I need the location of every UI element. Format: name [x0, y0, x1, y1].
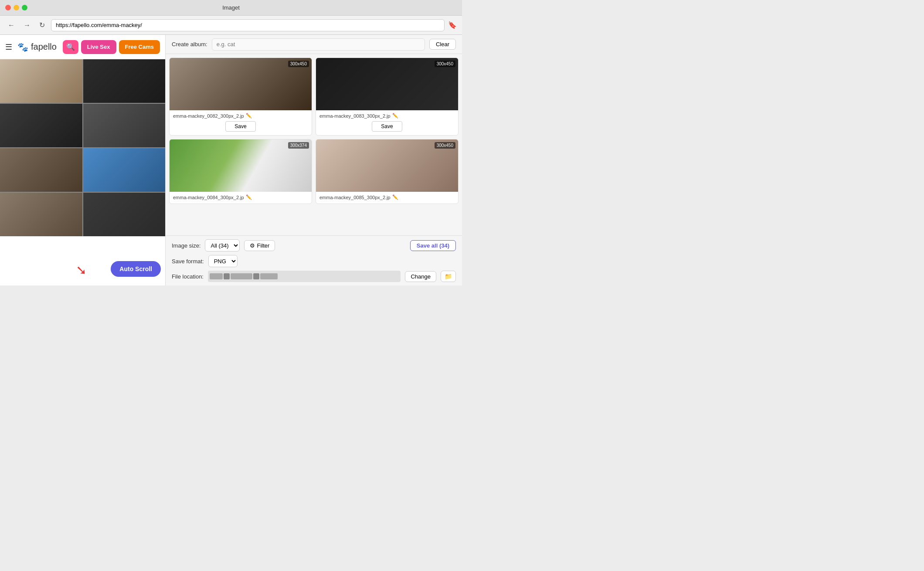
scroll-arrow-indicator: ➘ — [76, 262, 87, 278]
image-card-1-info: emma-mackey_0082_300px_2.jp ✏️ Save — [170, 110, 312, 135]
file-location-label: File location: — [172, 273, 204, 280]
webpage-panel: ☰ 🐾 fapello 🔍 Live Sex Free Cams — [0, 35, 166, 286]
image-card-1: 300x450 emma-mackey_0082_300px_2.jp ✏️ S… — [169, 58, 312, 136]
image-card-1-thumb: 300x450 — [170, 58, 312, 110]
fileloc-segment-5 — [260, 273, 278, 279]
webpage-image-3 — [0, 104, 82, 147]
save-button-2[interactable]: Save — [372, 121, 402, 132]
image-size-row: Image size: All (34) ⚙ Filter Save all (… — [172, 239, 456, 252]
format-select[interactable]: PNG — [208, 255, 238, 267]
back-button[interactable]: ← — [5, 20, 17, 31]
freecams-button[interactable]: Free Cams — [119, 40, 160, 54]
extension-images-area: 300x450 emma-mackey_0082_300px_2.jp ✏️ S… — [166, 54, 462, 235]
image-card-3-dimensions: 300x374 — [288, 142, 309, 149]
image-card-1-name: emma-mackey_0082_300px_2.jp ✏️ — [173, 113, 308, 119]
file-location-bar — [208, 271, 401, 282]
webpage-image-grid — [0, 59, 165, 236]
fileloc-segment-1 — [210, 273, 223, 279]
webpage-image-4 — [83, 104, 166, 147]
clear-button[interactable]: Clear — [429, 39, 456, 50]
image-card-2-info: emma-mackey_0083_300px_2.jp ✏️ Save — [316, 110, 458, 135]
maximize-button[interactable] — [22, 5, 27, 10]
image-card-1-dimensions: 300x450 — [288, 61, 309, 67]
image-size-label: Image size: — [172, 242, 200, 249]
fapello-logo: 🐾 fapello — [17, 42, 57, 52]
webpage-image-7 — [0, 193, 82, 236]
folder-button[interactable]: 📁 — [441, 271, 456, 282]
close-button[interactable] — [5, 5, 11, 10]
save-format-row: Save format: PNG — [172, 255, 456, 267]
browser-bar: ← → ↻ 🔖 — [0, 16, 462, 35]
webpage-image-5 — [0, 148, 82, 192]
logo-icon: 🐾 — [17, 42, 28, 52]
file-location-row: File location: Change 📁 — [172, 271, 456, 282]
fapello-header: ☰ 🐾 fapello 🔍 Live Sex Free Cams — [0, 35, 165, 59]
image-card-3-name: emma-mackey_0084_300px_2.jp ✏️ — [173, 194, 308, 200]
image-card-2-name: emma-mackey_0083_300px_2.jp ✏️ — [319, 113, 455, 119]
image-card-4-dimensions: 300x450 — [435, 142, 455, 149]
image-card-2-thumb: 300x450 — [316, 58, 458, 110]
extension-bottombar: Image size: All (34) ⚙ Filter Save all (… — [166, 235, 462, 286]
change-button[interactable]: Change — [405, 271, 436, 282]
url-bar[interactable] — [51, 19, 445, 31]
hamburger-icon[interactable]: ☰ — [5, 42, 12, 52]
reload-button[interactable]: ↻ — [37, 19, 48, 31]
auto-scroll-button[interactable]: Auto Scroll — [111, 261, 161, 277]
save-format-label: Save format: — [172, 258, 204, 265]
save-all-button[interactable]: Save all (34) — [410, 240, 456, 251]
image-card-3-thumb: 300x374 — [170, 139, 312, 192]
folder-icon: 📁 — [445, 273, 452, 280]
auto-scroll-label: Auto Scroll — [119, 265, 152, 272]
image-card-2-dimensions: 300x450 — [435, 61, 455, 67]
image-card-4-info: emma-mackey_0085_300px_2.jp ✏️ — [316, 192, 458, 204]
bookmark-icon[interactable]: 🔖 — [448, 21, 457, 29]
webpage-image-2 — [83, 59, 166, 103]
album-input[interactable] — [212, 38, 425, 51]
fileloc-segment-4 — [253, 273, 259, 279]
image-card-3: 300x374 emma-mackey_0084_300px_2.jp ✏️ — [169, 139, 312, 204]
image-card-3-info: emma-mackey_0084_300px_2.jp ✏️ — [170, 192, 312, 204]
fileloc-segment-2 — [224, 273, 230, 279]
edit-icon-1[interactable]: ✏️ — [246, 113, 252, 119]
filter-label: Filter — [257, 242, 269, 249]
fileloc-segment-3 — [231, 273, 252, 279]
image-card-4-name: emma-mackey_0085_300px_2.jp ✏️ — [319, 194, 455, 200]
image-card-4: 300x450 emma-mackey_0085_300px_2.jp ✏️ — [316, 139, 459, 204]
minimize-button[interactable] — [14, 5, 19, 10]
image-card-2: 300x450 emma-mackey_0083_300px_2.jp ✏️ S… — [316, 58, 459, 136]
edit-icon-2[interactable]: ✏️ — [392, 113, 398, 119]
edit-icon-3[interactable]: ✏️ — [246, 194, 252, 200]
traffic-lights — [5, 5, 27, 10]
livesex-button[interactable]: Live Sex — [81, 40, 116, 54]
header-buttons: 🔍 Live Sex Free Cams — [63, 40, 160, 54]
extension-panel: Create album: Clear 300x450 emma-mackey_… — [166, 35, 462, 286]
edit-icon-4[interactable]: ✏️ — [392, 194, 398, 200]
main-layout: ☰ 🐾 fapello 🔍 Live Sex Free Cams — [0, 35, 462, 286]
search-icon: 🔍 — [66, 43, 75, 51]
filter-button[interactable]: ⚙ Filter — [244, 240, 275, 251]
search-button[interactable]: 🔍 — [63, 40, 78, 54]
extension-topbar: Create album: Clear — [166, 35, 462, 54]
webpage-image-8 — [83, 193, 166, 236]
logo-text: fapello — [31, 42, 57, 52]
create-album-label: Create album: — [172, 41, 207, 48]
save-button-1[interactable]: Save — [225, 121, 256, 132]
webpage-image-1 — [0, 59, 82, 103]
image-size-select[interactable]: All (34) — [205, 239, 240, 252]
filter-icon: ⚙ — [250, 242, 255, 249]
window-title: Imaget — [222, 4, 240, 11]
image-card-4-thumb: 300x450 — [316, 139, 458, 192]
forward-button[interactable]: → — [21, 20, 33, 31]
titlebar: Imaget — [0, 0, 462, 16]
webpage-image-6 — [83, 148, 166, 192]
